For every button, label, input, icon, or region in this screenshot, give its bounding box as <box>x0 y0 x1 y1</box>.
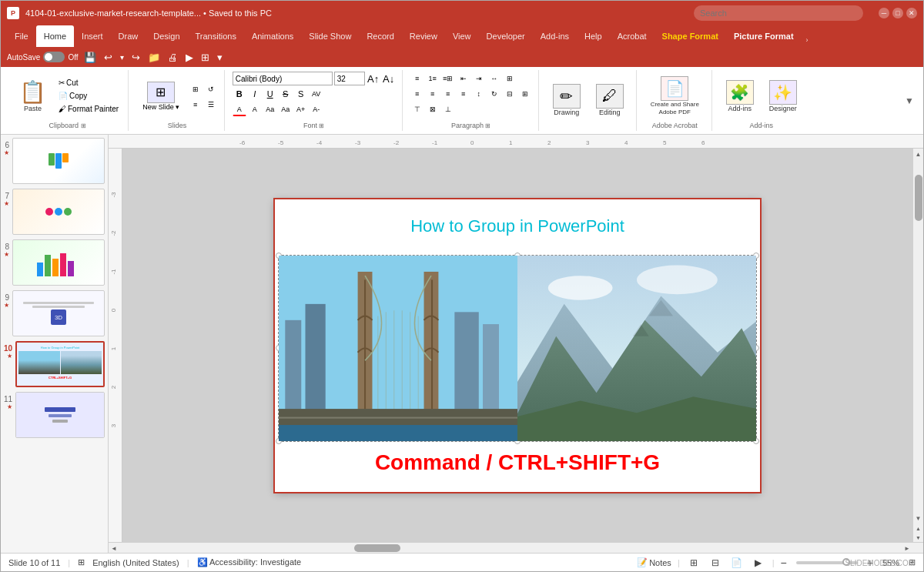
para-expand-icon[interactable]: ⊞ <box>485 122 490 129</box>
smartart-btn[interactable]: ⊞ <box>518 87 532 101</box>
scroll-track-v[interactable] <box>913 159 923 513</box>
new-slide-dropdown-icon[interactable]: ▾ <box>176 103 179 111</box>
align-right-btn[interactable]: ≡ <box>441 87 455 101</box>
bold-button[interactable]: B <box>233 87 246 101</box>
autosave-switch[interactable] <box>43 52 65 62</box>
slide-thumbnail[interactable] <box>12 189 105 235</box>
align-text-btn[interactable]: ⊟ <box>503 87 517 101</box>
image-group[interactable] <box>278 255 757 442</box>
text-shadow-button[interactable]: S <box>294 87 308 101</box>
tab-design[interactable]: Design <box>146 25 187 47</box>
print-button[interactable]: 🖨 <box>166 50 180 65</box>
list-item[interactable]: 6 ★ <box>4 138 105 184</box>
present-button[interactable]: ▶ <box>183 50 196 65</box>
slide-canvas[interactable]: How to Group in PowerPoint <box>122 149 912 542</box>
scroll-up-button[interactable]: ▲ <box>913 149 924 159</box>
section-btn[interactable]: ≡ <box>189 98 203 112</box>
decrease-font-btn[interactable]: A↓ <box>382 72 396 85</box>
list-btn[interactable]: ≡⊞ <box>441 72 455 85</box>
change-case-btn[interactable]: Aa <box>279 102 293 116</box>
autosave-toggle[interactable]: AutoSave Off <box>7 52 79 62</box>
tab-review[interactable]: Review <box>402 25 445 47</box>
more-tabs-button[interactable]: › <box>802 33 813 47</box>
font-name-input[interactable] <box>233 72 333 85</box>
designer-button[interactable]: ✨ Designer <box>763 77 803 115</box>
strikethrough-button[interactable]: S <box>279 87 293 101</box>
tab-animations[interactable]: Animations <box>244 25 301 47</box>
font-color-btn[interactable]: A <box>233 102 246 116</box>
slide-thumbnail[interactable]: 3D <box>12 290 105 336</box>
decrease-font2-btn[interactable]: A- <box>310 102 323 116</box>
list-item[interactable]: 11 ★ <box>4 392 105 438</box>
zoom-out-button[interactable]: − <box>781 557 787 569</box>
normal-view-button[interactable]: ⊞ <box>686 556 701 570</box>
increase-font-btn[interactable]: A↑ <box>367 72 380 85</box>
tab-home[interactable]: Home <box>36 25 74 47</box>
save-button[interactable]: 💾 <box>82 50 99 65</box>
layout-btn[interactable]: ⊞ <box>189 82 203 96</box>
tab-view[interactable]: View <box>445 25 479 47</box>
notes-button[interactable]: 📝 Notes <box>637 557 671 567</box>
undo-extra-button[interactable]: ▾ <box>118 52 126 63</box>
slide-thumbnail[interactable] <box>12 138 105 184</box>
scroll-thumb-h[interactable] <box>354 544 400 552</box>
slide-sorter-button[interactable]: ⊟ <box>708 556 723 570</box>
align-left-btn[interactable]: ≡ <box>410 87 424 101</box>
settings-qa-button[interactable]: ▾ <box>215 50 225 65</box>
spacing-btn[interactable]: ↕ <box>472 87 486 101</box>
column-btn[interactable]: ⊞ <box>503 72 517 85</box>
tab-help[interactable]: Help <box>577 25 610 47</box>
list-item[interactable]: 8 ★ <box>4 239 105 286</box>
bullets-btn[interactable]: ≡ <box>410 72 424 85</box>
tab-addins[interactable]: Add-ins <box>533 25 577 47</box>
scroll-left-button[interactable]: ◄ <box>109 543 119 553</box>
maximize-button[interactable]: □ <box>892 8 903 18</box>
clear-format-btn[interactable]: Aa <box>263 102 277 116</box>
align-center-btn[interactable]: ≡ <box>426 87 440 101</box>
drawing-button[interactable]: ✏ Drawing <box>547 81 587 119</box>
text-highlight-btn[interactable]: A <box>248 102 262 116</box>
search-input[interactable] <box>694 5 863 21</box>
slide-thumbnail[interactable] <box>15 392 105 438</box>
align-mid-btn[interactable]: ⊠ <box>426 102 440 116</box>
open-button[interactable]: 📁 <box>146 50 162 65</box>
new-slide-button[interactable]: ⊞ New Slide ▾ <box>136 79 186 114</box>
accessibility-label[interactable]: ♿ Accessibility: Investigate <box>197 557 302 567</box>
list-item[interactable]: 9 ★ 3D <box>4 290 105 336</box>
align-bot-btn[interactable]: ⊥ <box>441 102 455 116</box>
tab-insert[interactable]: Insert <box>74 25 111 47</box>
close-button[interactable]: ✕ <box>906 8 917 18</box>
create-share-pdf-button[interactable]: 📄 Create and ShareAdobe PDF <box>644 73 705 119</box>
font-size-input[interactable] <box>334 72 365 85</box>
tab-picture-format[interactable]: Picture Format <box>726 25 802 47</box>
italic-button[interactable]: I <box>248 87 262 101</box>
tab-developer[interactable]: Developer <box>479 25 533 47</box>
clipboard-expand-icon[interactable]: ⊞ <box>81 122 86 129</box>
scroll-right-button[interactable]: ► <box>902 543 912 553</box>
scroll-track-h[interactable] <box>119 543 902 553</box>
addins-button[interactable]: 🧩 Add-ins <box>720 77 760 115</box>
scroll-down-button[interactable]: ▼ <box>913 513 924 523</box>
justify-btn[interactable]: ≡ <box>457 87 470 101</box>
slide-thumbnail[interactable] <box>12 239 105 286</box>
copy-button[interactable]: 📄 Copy <box>55 90 122 102</box>
slideshow-button[interactable]: ▶ <box>751 556 766 570</box>
scroll-thumb-v[interactable] <box>915 175 922 221</box>
font-expand-icon[interactable]: ⊞ <box>319 122 324 129</box>
vertical-scrollbar[interactable]: ▲ ▼ ▲ ▼ <box>912 149 923 542</box>
slides-extra-btn[interactable]: ☰ <box>204 98 218 112</box>
tab-slideshow[interactable]: Slide Show <box>301 25 359 47</box>
tab-acrobat[interactable]: Acrobat <box>610 25 654 47</box>
slide-thumbnail-active[interactable]: How to Group in PowerPoint CTRL+SHIFT+G <box>15 341 105 387</box>
text-direction-btn[interactable]: ↻ <box>487 87 501 101</box>
scroll-fine-up[interactable]: ▲ <box>913 523 924 533</box>
undo-button[interactable]: ↩ <box>102 50 115 65</box>
reading-view-button[interactable]: 📄 <box>729 556 745 570</box>
indent-less-btn[interactable]: ⇤ <box>457 72 470 85</box>
increase-font2-btn[interactable]: A+ <box>294 102 308 116</box>
scroll-fine-down[interactable]: ▼ <box>913 533 924 542</box>
minimize-button[interactable]: ─ <box>879 8 889 18</box>
list-item[interactable]: 10 ★ How to Group in PowerPoint CTRL+SHI… <box>4 341 105 387</box>
collapse-ribbon-button[interactable]: ▼ <box>902 92 917 109</box>
cut-button[interactable]: ✂ Cut <box>55 77 122 89</box>
